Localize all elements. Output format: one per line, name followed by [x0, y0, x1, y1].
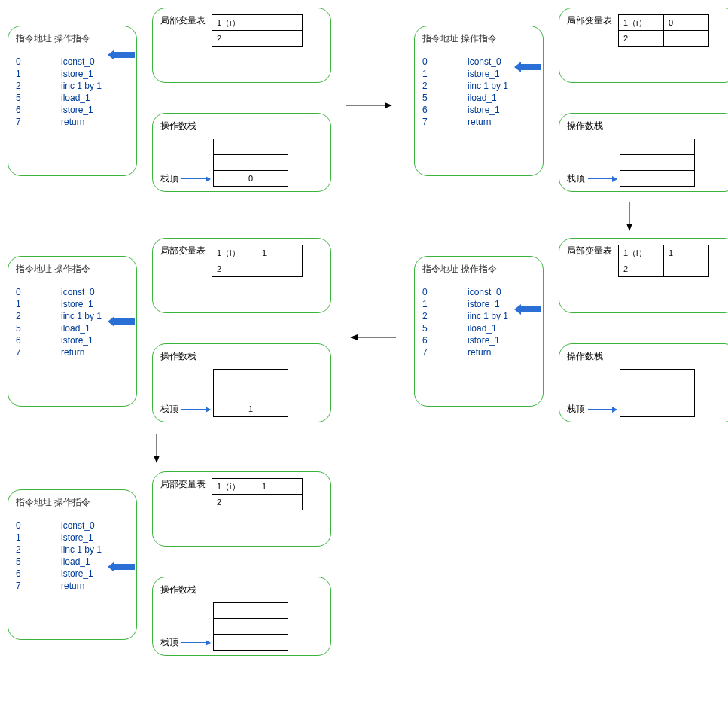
instruction-addr: 5 [422, 92, 468, 104]
instruction-op: istore_1 [468, 68, 500, 80]
instruction-op: iinc 1 by 1 [468, 310, 508, 322]
instruction-addr: 1 [422, 68, 468, 80]
instruction-addr: 0 [16, 520, 61, 532]
stack-cell [620, 139, 695, 155]
stack-cell [214, 155, 288, 171]
instruction-addr: 1 [422, 298, 468, 310]
lvt-cell: 1（i） [619, 245, 664, 261]
instruction-addr: 7 [16, 580, 61, 592]
instruction-panel: 指令地址 操作指令0iconst_01istore_12iinc 1 by 15… [414, 26, 544, 176]
instruction-addr: 7 [422, 116, 468, 128]
stack-cell [620, 171, 695, 187]
lvt-cell: 1（i） [212, 245, 257, 261]
instruction-addr: 7 [422, 346, 468, 358]
instruction-row: 7return [16, 580, 129, 592]
stack-cell [620, 370, 695, 385]
stack-top-label: 栈顶 [160, 636, 178, 651]
instruction-op: return [61, 580, 84, 592]
local-variable-table: 1（i）02 [618, 14, 709, 47]
local-variable-table: 1（i）12 [212, 245, 303, 277]
instruction-op: iload_1 [61, 556, 90, 568]
operand-stack-panel: 操作数栈栈顶 [559, 113, 728, 192]
instruction-op: iload_1 [61, 322, 90, 334]
lvt-cell: 2 [212, 261, 257, 277]
operand-stack [620, 139, 695, 187]
instruction-op: istore_1 [61, 68, 93, 80]
instruction-op: istore_1 [61, 104, 93, 116]
addr-header: 指令地址 [422, 264, 458, 274]
op-header: 操作指令 [54, 33, 90, 44]
instruction-addr: 5 [16, 322, 61, 334]
instruction-row: 5iload_1 [422, 322, 535, 334]
instruction-op: iload_1 [468, 92, 497, 104]
instruction-op: istore_1 [468, 334, 500, 346]
operand-stack-title: 操作数栈 [160, 350, 196, 363]
instruction-addr: 1 [16, 298, 61, 310]
stack-cell [620, 155, 695, 171]
instruction-addr: 0 [422, 56, 468, 68]
instruction-op: iinc 1 by 1 [61, 310, 102, 322]
instruction-header: 指令地址 操作指令 [422, 263, 535, 276]
instruction-addr: 0 [16, 56, 61, 68]
instruction-addr: 5 [16, 92, 61, 104]
lvt-cell: 1 [257, 479, 303, 495]
lvt-cell [664, 261, 709, 277]
instruction-op: istore_1 [468, 298, 500, 310]
instruction-row: 6istore_1 [16, 104, 129, 116]
instruction-addr: 2 [16, 80, 61, 92]
instruction-op: iconst_0 [61, 286, 95, 298]
lvt-cell: 1（i） [212, 15, 257, 31]
instruction-panel: 指令地址 操作指令0iconst_01istore_12iinc 1 by 15… [414, 256, 544, 407]
instruction-row: 1istore_1 [16, 298, 129, 310]
instruction-row: 6istore_1 [422, 334, 535, 346]
lvt-cell: 2 [212, 31, 257, 47]
instruction-op: return [61, 346, 84, 358]
instruction-addr: 7 [16, 346, 61, 358]
stack-cell [214, 603, 288, 619]
instruction-row: 5iload_1 [16, 92, 129, 104]
local-variable-table-panel: 局部变量表1（i）02 [559, 8, 728, 83]
stack-top-arrow [588, 178, 617, 179]
stack-top-label: 栈顶 [160, 403, 178, 417]
instruction-op: iload_1 [61, 92, 90, 104]
stack-top-label: 栈顶 [160, 172, 178, 187]
stack-cell: 1 [214, 401, 288, 417]
stack-cell [620, 401, 695, 417]
operand-stack-panel: 操作数栈栈顶 [152, 577, 331, 656]
addr-header: 指令地址 [16, 497, 52, 507]
instruction-op: return [61, 116, 84, 128]
stack-cell [214, 370, 288, 385]
instruction-op: iinc 1 by 1 [468, 80, 508, 92]
stack-top-arrow [588, 409, 617, 410]
lvt-cell [664, 31, 709, 47]
instruction-panel: 指令地址 操作指令0iconst_01istore_12iinc 1 by 15… [8, 489, 137, 640]
local-variable-table: 1（i）12 [212, 478, 303, 510]
stack-wrap: 栈顶0 [160, 139, 323, 187]
instruction-row: 7return [16, 116, 129, 128]
instruction-row: 7return [422, 346, 535, 358]
diagram-canvas: 指令地址 操作指令0iconst_01istore_12iinc 1 by 15… [8, 8, 720, 702]
instruction-row: 1istore_1 [16, 68, 129, 80]
lvt-cell: 1（i） [212, 479, 257, 495]
current-instruction-arrow [114, 564, 135, 570]
instruction-op: iinc 1 by 1 [61, 80, 102, 92]
instruction-op: istore_1 [61, 298, 93, 310]
instruction-addr: 6 [16, 104, 61, 116]
addr-header: 指令地址 [16, 33, 52, 44]
instruction-op: istore_1 [61, 568, 93, 580]
op-header: 操作指令 [461, 264, 497, 274]
lvt-cell: 2 [212, 495, 257, 510]
stack-top-arrow [181, 642, 210, 643]
instruction-row: 0iconst_0 [16, 286, 129, 298]
instruction-row: 7return [16, 346, 129, 358]
instruction-addr: 7 [16, 116, 61, 128]
instruction-panel: 指令地址 操作指令0iconst_01istore_12iinc 1 by 15… [8, 256, 137, 407]
current-instruction-arrow [520, 306, 541, 312]
operand-stack-title: 操作数栈 [567, 350, 603, 363]
instruction-op: iinc 1 by 1 [61, 544, 102, 556]
instruction-addr: 2 [16, 310, 61, 322]
instruction-header: 指令地址 操作指令 [422, 32, 535, 45]
local-variable-table: 1（i）12 [618, 245, 709, 277]
instruction-addr: 6 [16, 334, 61, 346]
instruction-list: 0iconst_01istore_12iinc 1 by 15iload_16i… [422, 286, 535, 358]
